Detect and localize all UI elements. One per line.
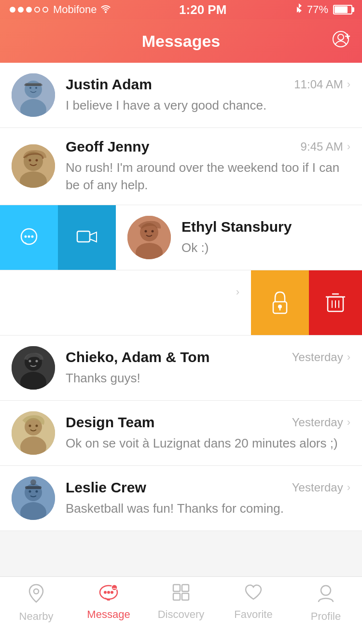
profile-label: Profile [311,610,341,623]
nav-item-discovery[interactable]: Discovery [145,584,217,621]
bottom-nav: Nearby ••• Message [0,576,362,644]
nearby-icon [28,584,45,607]
message-content-geoff: Geoff Jenny 9:45 AM › No rush! I'm aroun… [66,139,350,194]
contact-name-design: Design Team [66,414,155,431]
svg-point-14 [29,159,31,162]
svg-point-7 [29,87,31,89]
message-time-justin: 11:04 AM [294,78,343,91]
avatar-justin [12,73,55,117]
action-chat-button[interactable] [0,205,58,270]
swipe-row-larson: dy Larson › nds good to me! [0,270,362,336]
nav-item-profile[interactable]: Profile [290,584,362,623]
status-time: 1:20 PM [179,2,226,17]
svg-point-54 [107,591,110,594]
svg-point-37 [29,360,31,362]
new-message-button[interactable] [331,29,350,53]
avatar-design [12,411,55,455]
message-header-justin: Justin Adam 11:04 AM › [66,76,350,93]
nav-item-nearby[interactable]: Nearby [0,584,72,623]
message-header-geoff: Geoff Jenny 9:45 AM › [66,139,350,155]
message-preview-ethyl: Ok :) [181,239,362,256]
discovery-icon [172,584,190,605]
svg-point-1 [338,34,344,40]
avatar-chieko [12,346,55,390]
message-content-leslie: Leslie Crew Yesterday › Basketball was f… [66,479,350,517]
message-meta-geoff: 9:45 AM › [301,140,350,154]
messages-list: Justin Adam 11:04 AM › I believe I have … [0,63,362,531]
discovery-label: Discovery [158,608,205,621]
message-meta-justin: 11:04 AM › [294,78,350,91]
svg-point-42 [29,424,31,427]
avatar-ethyl [127,216,171,259]
chevron-justin: › [347,78,350,91]
dot-4 [34,7,40,13]
battery-percent: 77% [307,3,328,16]
svg-point-8 [35,87,37,89]
svg-point-50 [30,479,36,485]
action-lock-button[interactable] [251,270,309,335]
battery-icon [333,5,352,14]
chevron-chieko: › [347,351,350,364]
message-meta-design: Yesterday › [292,416,350,429]
svg-rect-60 [173,593,180,600]
dot-1 [10,7,15,13]
message-header-chieko: Chieko, Adam & Tom Yesterday › [66,349,350,365]
message-time-chieko: Yesterday [292,350,343,364]
message-content-ethyl: Ethyl Stansbury Ok :) [181,219,362,256]
svg-rect-49 [25,486,42,489]
message-time-geoff: 9:45 AM [301,140,343,154]
svg-point-53 [104,591,107,594]
carrier-label: Mobifone [53,3,97,16]
action-video-button[interactable] [58,205,116,270]
action-delete-button[interactable] [309,270,362,335]
message-preview-justin: I believe I have a very good chance. [66,97,350,114]
header-title: Messages [142,32,221,51]
message-header-leslie: Leslie Crew Yesterday › [66,479,350,496]
svg-point-48 [36,490,38,492]
message-content-design: Design Team Yesterday › Ok on se voit à … [66,414,350,452]
swipe-actions-right-larson [251,270,362,335]
signal-dots [10,7,48,13]
status-right: 77% [294,3,352,16]
svg-point-51 [34,589,39,594]
status-left: Mobifone [10,3,111,16]
message-meta-leslie: Yesterday › [292,481,350,494]
svg-rect-61 [182,593,189,600]
contact-name-ethyl: Ethyl Stansbury [181,219,292,235]
message-content-larson: dy Larson › nds good to me! [0,284,239,322]
message-item-larson[interactable]: dy Larson › nds good to me! [0,270,251,335]
svg-point-25 [152,230,154,232]
message-preview-chieko: Thanks guys! [66,369,350,387]
message-preview-leslie: Basketball was fun! Thanks for coming. [66,500,350,517]
avatar-leslie [12,476,55,520]
contact-name-justin: Justin Adam [66,76,152,93]
svg-point-43 [36,424,38,427]
message-item-leslie[interactable]: Leslie Crew Yesterday › Basketball was f… [0,466,362,531]
svg-text:•••: ••• [112,587,116,590]
dot-2 [18,7,24,13]
message-preview-geoff: No rush! I'm around over the weekend too… [66,159,350,194]
chevron-geoff: › [347,140,350,153]
dot-5 [42,7,48,13]
svg-rect-58 [173,585,180,591]
message-content-justin: Justin Adam 11:04 AM › I believe I have … [66,76,350,114]
message-nav-label: Message [87,608,130,621]
swipe-actions-left-ethyl [0,205,116,270]
message-item-chieko[interactable]: Chieko, Adam & Tom Yesterday › Thanks gu… [0,336,362,401]
battery-fill [334,6,348,13]
svg-point-17 [25,235,27,238]
message-item-design[interactable]: Design Team Yesterday › Ok on se voit à … [0,401,362,466]
wifi-icon [100,4,111,15]
svg-point-18 [28,235,30,238]
svg-point-47 [29,490,31,492]
message-item-ethyl[interactable]: Ethyl Stansbury Ok :) [116,205,362,270]
nav-item-message[interactable]: ••• Message [72,584,145,621]
nav-item-favorite[interactable]: Favorite [217,584,290,621]
message-header-larson: dy Larson › [0,284,239,300]
message-item-justin[interactable]: Justin Adam 11:04 AM › I believe I have … [0,63,362,128]
avatar-geoff [12,144,55,188]
message-meta-chieko: Yesterday › [292,350,350,364]
message-item-geoff[interactable]: Geoff Jenny 9:45 AM › No rush! I'm aroun… [0,128,362,205]
svg-point-24 [145,230,147,232]
contact-name-chieko: Chieko, Adam & Tom [66,349,209,365]
